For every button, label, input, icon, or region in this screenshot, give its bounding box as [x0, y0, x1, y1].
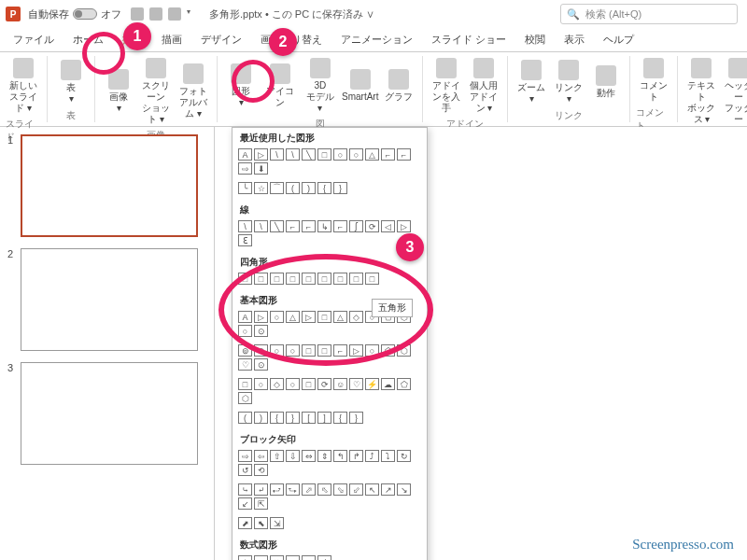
shape-option[interactable]: ⤵ — [381, 450, 395, 462]
shape-option[interactable]: ⬀ — [302, 483, 316, 496]
shape-option[interactable]: A — [238, 311, 252, 323]
shape-option[interactable]: ▷ — [397, 220, 411, 232]
tab-ファイル[interactable]: ファイル — [6, 29, 62, 50]
shape-option[interactable]: { — [317, 182, 331, 194]
shape-option[interactable]: ⟳ — [317, 378, 331, 390]
shape-option[interactable]: ) — [254, 412, 268, 424]
ribbon-button[interactable]: 新しいスライド ▾ — [6, 56, 41, 116]
ribbon-button[interactable]: 表▾ — [53, 56, 89, 107]
shape-option[interactable]: ⌐ — [333, 344, 347, 357]
shape-option[interactable]: ⌐ — [381, 148, 395, 161]
shape-option[interactable]: ◁ — [381, 220, 395, 232]
shape-option[interactable]: □ — [270, 273, 284, 285]
shape-option[interactable]: ☺ — [333, 378, 347, 390]
shape-option[interactable]: ╲ — [270, 220, 284, 232]
shape-option[interactable]: ⇔ — [302, 450, 316, 462]
shape-option[interactable]: ╲ — [302, 148, 316, 161]
shape-option[interactable]: ⌐ — [302, 220, 316, 232]
slide-thumbnail[interactable]: 2 — [7, 248, 206, 351]
shape-option[interactable]: ♡ — [238, 358, 252, 371]
ribbon-button[interactable]: グラフ — [381, 56, 416, 116]
search-input[interactable]: 🔍 検索 (Alt+Q) — [560, 4, 738, 24]
shape-option[interactable]: ⇦ — [254, 450, 268, 462]
shape-option[interactable]: ⬠ — [397, 378, 411, 390]
shape-option[interactable]: □ — [302, 344, 316, 357]
shape-option[interactable]: ▷ — [254, 148, 268, 161]
shape-option[interactable]: △ — [286, 311, 300, 323]
shape-option[interactable]: ☁ — [381, 378, 395, 390]
shape-option[interactable]: ⊛ — [254, 344, 268, 357]
redo-icon[interactable] — [168, 7, 181, 21]
shape-option[interactable]: ▷ — [349, 344, 363, 357]
shape-option[interactable]: ≠ — [317, 555, 331, 560]
shape-option[interactable]: ÷ — [286, 555, 300, 560]
slide-thumbnail[interactable]: 1 — [7, 134, 206, 237]
shape-option[interactable]: ↘ — [397, 483, 411, 496]
tab-スライド ショー[interactable]: スライド ショー — [424, 29, 514, 50]
shape-option[interactable]: ⤴ — [365, 450, 379, 462]
shape-option[interactable]: ⊚ — [238, 344, 252, 357]
shape-option[interactable]: ▷ — [302, 311, 316, 323]
shape-option[interactable]: ⇧ — [270, 450, 284, 462]
shape-option[interactable]: ⌐ — [286, 220, 300, 232]
undo-icon[interactable] — [149, 7, 162, 21]
shapes-dropdown-menu[interactable]: 最近使用した図形A▷\\╲□○○△⌐⌐⇨⬇╰☆⌒(){}線\\╲⌐⌐↳⌐ʃ⟳◁▷… — [232, 127, 428, 560]
shape-option[interactable]: ⊙ — [254, 325, 268, 337]
ribbon-button[interactable]: アドインを入手 — [429, 56, 464, 116]
shape-option[interactable]: ⇩ — [286, 450, 300, 462]
shape-option[interactable]: ⮑ — [286, 483, 300, 496]
shape-option[interactable]: □ — [286, 273, 300, 285]
ribbon-button[interactable]: 図形▾ — [223, 56, 259, 116]
shape-option[interactable]: ○ — [365, 344, 379, 357]
shape-option[interactable]: △ — [365, 148, 379, 161]
tab-デザイン[interactable]: デザイン — [193, 29, 249, 50]
shape-option[interactable]: ♡ — [349, 378, 363, 390]
shape-option[interactable]: ⤶ — [254, 483, 268, 496]
shape-option[interactable]: □ — [317, 311, 331, 323]
shape-option[interactable]: ⌒ — [270, 182, 284, 194]
ribbon-button[interactable]: 個人用アドイン ▾ — [466, 56, 501, 116]
shape-option[interactable]: □ — [349, 273, 363, 285]
shape-option[interactable]: ⬇ — [254, 162, 268, 175]
ribbon-button[interactable]: SmartArt — [341, 56, 379, 116]
shape-option[interactable]: − — [254, 555, 268, 560]
shape-option[interactable]: ⬉ — [254, 517, 268, 529]
shape-option[interactable]: □ — [238, 378, 252, 390]
shape-option[interactable]: ↖ — [365, 483, 379, 496]
qat-dropdown-icon[interactable]: ▾ — [187, 7, 190, 21]
shape-option[interactable]: ⬁ — [317, 483, 331, 496]
shape-option[interactable]: } — [333, 182, 347, 194]
shape-option[interactable]: ☆ — [254, 182, 268, 194]
shape-option[interactable]: ⟲ — [254, 464, 268, 476]
shape-option[interactable]: △ — [333, 311, 347, 323]
shape-option[interactable]: ⬡ — [397, 344, 411, 357]
shape-option[interactable]: □ — [302, 378, 316, 390]
shape-option[interactable]: ⊙ — [254, 358, 268, 371]
shape-option[interactable]: ↺ — [238, 464, 252, 476]
shape-option[interactable]: + — [238, 555, 252, 560]
slide-thumbnail[interactable]: 3 — [7, 362, 206, 465]
ribbon-button[interactable]: 3Dモデル ▾ — [302, 56, 339, 116]
ribbon-button[interactable]: テキストボックス ▾ — [684, 56, 719, 127]
shape-option[interactable]: } — [286, 412, 300, 424]
shape-option[interactable]: ◇ — [349, 311, 363, 323]
document-title[interactable]: 多角形.pptx • この PC に保存済み ∨ — [209, 7, 374, 21]
shape-option[interactable]: [ — [302, 412, 316, 424]
shape-option[interactable]: ↰ — [333, 450, 347, 462]
ribbon-button[interactable]: 画像▾ — [101, 56, 136, 127]
ribbon-button[interactable]: 動作 — [588, 56, 624, 107]
slide-panel[interactable]: 123 — [0, 127, 215, 560]
shape-option[interactable]: ○ — [333, 148, 347, 161]
shape-option[interactable]: ⬂ — [333, 483, 347, 496]
tab-描画[interactable]: 描画 — [154, 29, 190, 50]
shape-option[interactable]: ↳ — [317, 220, 331, 232]
tab-表示[interactable]: 表示 — [557, 29, 592, 50]
shape-option[interactable]: ↗ — [381, 483, 395, 496]
shape-option[interactable]: ○ — [254, 378, 268, 390]
shape-option[interactable]: ⚡ — [365, 378, 379, 390]
shape-option[interactable]: ⇱ — [254, 497, 268, 510]
shape-option[interactable]: \ — [286, 148, 300, 161]
shape-option[interactable]: □ — [317, 273, 331, 285]
shape-option[interactable]: × — [270, 555, 284, 560]
shape-option[interactable]: ʃ — [349, 220, 363, 232]
